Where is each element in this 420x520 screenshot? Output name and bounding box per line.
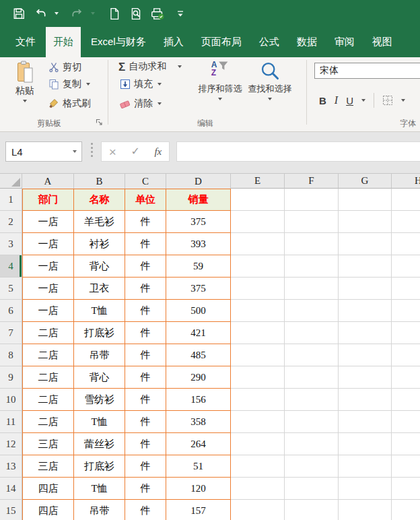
cell-A8[interactable]: 二店 [22, 344, 74, 366]
cell-D3[interactable]: 393 [166, 233, 231, 255]
cell-H4[interactable] [392, 255, 420, 278]
clear-button[interactable]: 清除 [119, 98, 162, 110]
print-button[interactable] [149, 4, 166, 23]
row-header-11[interactable]: 11 [0, 411, 22, 433]
cell-G5[interactable] [339, 278, 392, 300]
row-header-1[interactable]: 1 [0, 189, 22, 211]
redo-dropdown[interactable] [85, 4, 101, 23]
find-select-dropdown-chevron[interactable] [268, 98, 272, 100]
cell-B1[interactable]: 名称 [74, 189, 125, 211]
cell-B7[interactable]: 打底衫 [74, 322, 125, 344]
cell-F15[interactable] [285, 500, 339, 520]
cell-C5[interactable]: 件 [125, 278, 166, 300]
cell-A3[interactable]: 一店 [22, 233, 74, 255]
cell-G11[interactable] [339, 411, 392, 433]
insert-function-button[interactable]: fx [154, 146, 162, 158]
underline-button[interactable]: U [346, 95, 353, 106]
cell-E10[interactable] [231, 389, 285, 411]
cell-D6[interactable]: 500 [166, 300, 231, 322]
cell-C14[interactable]: 件 [125, 478, 166, 500]
cell-G12[interactable] [339, 433, 392, 455]
tab-文件[interactable]: 文件 [8, 27, 43, 57]
cell-C10[interactable]: 件 [125, 389, 166, 411]
paste-button[interactable]: 粘贴 [8, 61, 42, 102]
cell-B8[interactable]: 吊带 [74, 344, 125, 366]
formula-input[interactable] [176, 141, 420, 162]
row-header-7[interactable]: 7 [0, 322, 22, 344]
cell-C2[interactable]: 件 [125, 211, 166, 233]
cell-B4[interactable]: 背心 [74, 255, 125, 278]
cell-H6[interactable] [392, 300, 420, 322]
cell-H3[interactable] [392, 233, 420, 255]
cell-D12[interactable]: 264 [166, 433, 231, 455]
cell-G6[interactable] [339, 300, 392, 322]
tab-开始[interactable]: 开始 [46, 27, 81, 57]
print-preview-button[interactable] [128, 4, 144, 23]
select-all-corner[interactable] [0, 174, 22, 189]
borders-button-icon[interactable] [382, 95, 393, 106]
row-header-12[interactable]: 12 [0, 433, 22, 455]
cell-D2[interactable]: 375 [166, 211, 231, 233]
sort-filter-button[interactable]: AZ 排序和筛选 [196, 61, 244, 100]
cell-C1[interactable]: 单位 [125, 189, 166, 211]
cell-D4[interactable]: 59 [166, 255, 231, 278]
row-header-8[interactable]: 8 [0, 344, 22, 366]
cell-D1[interactable]: 销量 [166, 189, 231, 211]
row-header-9[interactable]: 9 [0, 366, 22, 389]
cell-B10[interactable]: 雪纺衫 [74, 389, 125, 411]
cell-B14[interactable]: T恤 [74, 478, 125, 500]
cell-B11[interactable]: T恤 [74, 411, 125, 433]
cell-H9[interactable] [392, 366, 420, 389]
cell-A14[interactable]: 四店 [22, 478, 74, 500]
cell-E15[interactable] [231, 500, 285, 520]
row-header-13[interactable]: 13 [0, 455, 22, 478]
cell-A13[interactable]: 三店 [22, 455, 74, 478]
customize-qat-button[interactable] [172, 4, 188, 23]
cell-G13[interactable] [339, 455, 392, 478]
cell-E14[interactable] [231, 478, 285, 500]
row-header-2[interactable]: 2 [0, 211, 22, 233]
cell-H1[interactable] [392, 189, 420, 211]
cell-G9[interactable] [339, 366, 392, 389]
cell-C12[interactable]: 件 [125, 433, 166, 455]
cell-F9[interactable] [285, 366, 339, 389]
cell-F4[interactable] [285, 255, 339, 278]
format-painter-button[interactable]: 格式刷 [48, 98, 91, 110]
tab-审阅[interactable]: 审阅 [327, 27, 362, 57]
cell-H11[interactable] [392, 411, 420, 433]
column-header-F[interactable]: F [285, 174, 339, 189]
column-header-G[interactable]: G [339, 174, 392, 189]
column-header-C[interactable]: C [125, 174, 166, 189]
cell-H2[interactable] [392, 211, 420, 233]
cell-E1[interactable] [231, 189, 285, 211]
cell-E13[interactable] [231, 455, 285, 478]
cell-A7[interactable]: 二店 [22, 322, 74, 344]
cancel-button[interactable]: × [109, 145, 116, 158]
cell-A9[interactable]: 二店 [22, 366, 74, 389]
cell-E3[interactable] [231, 233, 285, 255]
name-box[interactable]: L4 [5, 141, 82, 162]
cell-C6[interactable]: 件 [125, 300, 166, 322]
redo-button[interactable] [69, 4, 85, 23]
cell-A15[interactable]: 四店 [22, 500, 74, 520]
row-header-14[interactable]: 14 [0, 478, 22, 500]
cell-H7[interactable] [392, 322, 420, 344]
autosum-button[interactable]: Σ 自动求和 [118, 61, 182, 73]
column-header-B[interactable]: B [74, 174, 125, 189]
paste-dropdown-chevron[interactable] [23, 100, 27, 102]
borders-dropdown-chevron[interactable] [401, 99, 405, 102]
cell-D9[interactable]: 290 [166, 366, 231, 389]
find-select-button[interactable]: 查找和选择 [246, 61, 294, 100]
cell-F2[interactable] [285, 211, 339, 233]
cell-C7[interactable]: 件 [125, 322, 166, 344]
cell-C15[interactable]: 件 [125, 500, 166, 520]
cell-H8[interactable] [392, 344, 420, 366]
cell-E2[interactable] [231, 211, 285, 233]
cell-B13[interactable]: 打底衫 [74, 455, 125, 478]
cell-G7[interactable] [339, 322, 392, 344]
cell-B6[interactable]: T恤 [74, 300, 125, 322]
cell-E9[interactable] [231, 366, 285, 389]
sort-filter-dropdown-chevron[interactable] [218, 98, 222, 100]
copy-button[interactable]: 复制 [48, 78, 90, 90]
undo-button[interactable] [32, 4, 48, 23]
